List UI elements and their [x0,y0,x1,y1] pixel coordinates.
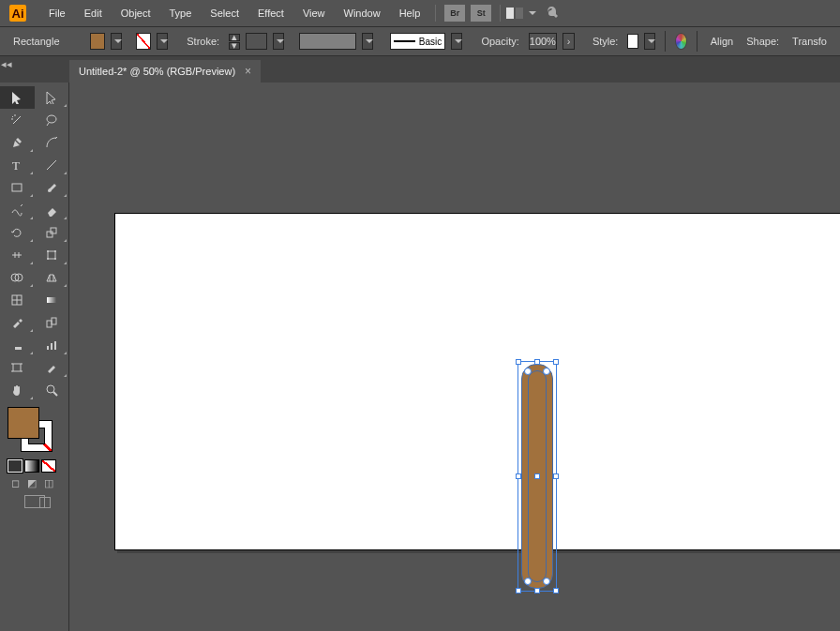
svg-point-7 [54,250,56,252]
transform-label[interactable]: Transfo [788,36,831,47]
stroke-weight-field[interactable] [246,33,267,50]
document-tab[interactable]: Untitled-2* @ 50% (RGB/Preview) × [69,60,261,83]
stroke-weight-steppers[interactable]: ▴▾ [229,34,240,50]
fill-stroke-indicator[interactable] [0,401,68,458]
brush-label: Basic [419,37,442,47]
resize-handle[interactable] [553,588,559,593]
corner-radius-widget[interactable] [524,368,532,375]
draw-normal-icon[interactable]: ◻ [8,476,22,489]
svg-rect-15 [52,318,56,324]
column-graph-tool[interactable] [35,334,69,356]
magic-wand-tool[interactable] [0,109,35,131]
hand-tool[interactable] [0,379,35,401]
stroke-label: Stroke: [183,36,223,47]
brush-dropdown[interactable] [451,33,462,50]
stroke-dropdown[interactable] [157,33,168,50]
curvature-tool[interactable] [35,131,69,154]
separator [697,31,698,52]
perspective-grid-tool[interactable] [35,266,69,289]
opacity-label: Opacity: [477,36,522,47]
color-mode-gradient[interactable] [24,459,39,473]
symbol-sprayer-tool[interactable] [0,334,35,356]
menu-view[interactable]: View [293,0,335,26]
draw-inside-icon[interactable]: ◫ [41,476,56,489]
resize-handle[interactable] [516,588,521,593]
menu-help[interactable]: Help [390,0,430,26]
slice-tool[interactable] [35,356,69,379]
resize-handle[interactable] [553,473,559,479]
direct-selection-tool[interactable] [35,86,69,109]
menu-type[interactable]: Type [160,0,202,26]
arrange-documents-button[interactable] [506,8,536,19]
center-handle[interactable] [534,473,540,479]
eraser-tool[interactable] [35,199,69,221]
fill-swatch[interactable] [90,33,105,50]
menu-select[interactable]: Select [201,0,248,26]
corner-radius-widget[interactable] [543,578,550,585]
zoom-tool[interactable] [35,379,69,401]
canvas-area[interactable] [69,83,840,631]
close-tab-icon[interactable]: × [245,65,251,78]
width-tool[interactable] [0,244,35,266]
control-bar: Rectangle Stroke: ▴▾ Basic Opacity: 100%… [0,26,840,56]
menu-effect[interactable]: Effect [248,0,293,26]
mesh-tool[interactable] [0,289,35,311]
profile-dropdown[interactable] [362,33,373,50]
resize-handle[interactable] [516,359,521,365]
graphic-style-swatch[interactable] [627,34,638,49]
paintbrush-tool[interactable] [35,176,69,199]
shaper-tool[interactable] [0,199,35,221]
color-mode-none[interactable] [41,459,56,473]
draw-behind-icon[interactable]: ◩ [24,476,39,489]
corner-radius-widget[interactable] [543,368,550,375]
line-segment-tool[interactable] [35,154,69,176]
type-tool[interactable]: T [0,154,35,176]
fill-dropdown[interactable] [111,33,122,50]
rectangle-tool[interactable] [0,176,35,199]
artboard-tool[interactable] [0,356,35,379]
main-workspace: T [0,83,840,631]
resize-handle[interactable] [534,359,540,365]
free-transform-tool[interactable] [35,244,69,266]
resize-handle[interactable] [534,588,540,593]
eyedropper-tool[interactable] [0,311,35,334]
svg-rect-17 [51,343,52,350]
variable-width-profile[interactable] [299,33,356,50]
panel-collapse-icon[interactable]: ◂◂ [0,58,13,69]
align-label[interactable]: Align [707,36,737,47]
pen-tool[interactable] [0,131,35,154]
stroke-weight-dropdown[interactable] [273,33,284,50]
search-icon[interactable] [546,5,562,22]
color-mode-solid[interactable] [8,459,22,473]
opacity-field[interactable]: 100% [529,33,557,50]
selection-type-label: Rectangle [9,36,64,47]
blend-tool[interactable] [35,311,69,334]
screen-mode-icon[interactable] [24,495,45,508]
fill-indicator[interactable] [8,407,39,439]
scale-tool[interactable] [35,221,69,244]
menu-window[interactable]: Window [335,0,390,26]
resize-handle[interactable] [516,473,521,479]
selection-tool[interactable] [0,86,35,109]
shape-label[interactable]: Shape: [742,36,783,47]
recolor-artwork-icon[interactable] [675,33,687,50]
style-dropdown[interactable] [644,33,655,50]
stroke-swatch[interactable] [136,33,151,50]
svg-rect-3 [47,232,52,237]
menu-bar: Ai File Edit Object Type Select Effect V… [0,0,840,26]
corner-radius-widget[interactable] [524,578,532,585]
opacity-flyout[interactable]: › [562,33,575,50]
menu-edit[interactable]: Edit [75,0,112,26]
app-logo: Ai [9,5,26,22]
lasso-tool[interactable] [35,109,69,131]
shape-builder-tool[interactable] [0,266,35,289]
bridge-button[interactable]: Br [444,5,465,22]
brush-definition[interactable]: Basic [390,33,446,50]
menu-object[interactable]: Object [112,0,160,26]
rotate-tool[interactable] [0,221,35,244]
gradient-tool[interactable] [35,289,69,311]
stock-button[interactable]: St [471,5,491,22]
resize-handle[interactable] [553,359,559,365]
menu-file[interactable]: File [39,0,75,26]
document-tab-bar: Untitled-2* @ 50% (RGB/Preview) × [0,56,840,83]
